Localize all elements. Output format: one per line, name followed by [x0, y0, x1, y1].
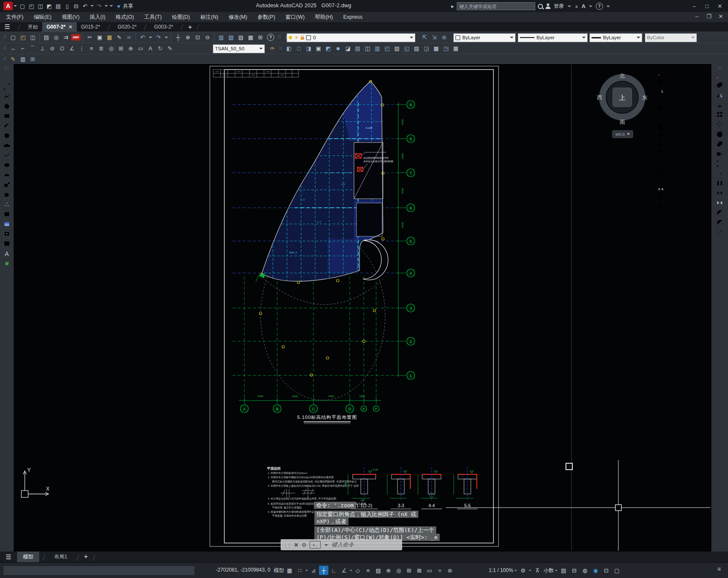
fillet-icon[interactable] — [717, 220, 722, 225]
menu-format[interactable]: 格式(O) — [116, 14, 134, 21]
ellipse-arc-icon[interactable] — [4, 174, 9, 176]
menu-parametric[interactable]: 参数(P) — [258, 14, 276, 21]
dim-aligned-icon[interactable]: ⌐ — [18, 44, 27, 53]
search-input[interactable] — [457, 2, 535, 10]
make-object-layer-current-icon[interactable]: ⇱ — [420, 33, 429, 42]
command-chevron-icon[interactable] — [325, 544, 328, 548]
new-icon[interactable]: ▢ — [9, 33, 17, 42]
annotation-monitor-icon[interactable]: ⊼ — [533, 566, 542, 575]
solid-tool-icon-17[interactable]: ◳ — [441, 44, 450, 53]
solid-tool-icon-7[interactable]: ◪ — [343, 44, 352, 53]
linetype-combo-chevron-icon[interactable] — [582, 37, 586, 40]
erase-icon[interactable] — [658, 71, 663, 76]
rotate-icon[interactable] — [717, 131, 722, 137]
qat-customize-chevron-icon[interactable] — [110, 5, 113, 9]
offset-icon[interactable] — [717, 105, 722, 107]
properties-palette-icon[interactable]: ▥ — [217, 33, 226, 42]
toolbar-grip[interactable]: ⠿ — [279, 46, 282, 51]
chamfer-icon[interactable] — [717, 210, 722, 215]
solid-tool-icon-11[interactable]: ◰ — [383, 44, 392, 53]
clean-screen-icon[interactable]: ⊡ — [601, 566, 611, 575]
grip-marker[interactable] — [566, 463, 572, 470]
copy-icon[interactable] — [717, 83, 722, 87]
toolbar-grip[interactable]: ⠿ — [3, 35, 6, 40]
ortho-toggle-icon[interactable]: ∟ — [329, 566, 339, 575]
toolbar-grip[interactable]: ⠿ — [278, 35, 281, 40]
zoom-window-icon[interactable]: ⊡ — [193, 33, 202, 42]
scale-icon[interactable] — [717, 142, 722, 147]
dimstyle-combo[interactable]: TSAN_50_50 — [213, 44, 265, 53]
menu-insert[interactable]: 插入(I) — [90, 14, 105, 21]
dynamic-ucs-icon[interactable]: ▭ — [425, 566, 434, 575]
ungroup-icon[interactable]: ⊞ — [28, 55, 37, 64]
undo-chevron-icon[interactable] — [149, 37, 152, 40]
layer-combo-chevron-icon[interactable] — [410, 37, 413, 40]
fillet-icon[interactable] — [658, 205, 663, 209]
plot-preview-icon[interactable]: ◎ — [52, 33, 61, 42]
dim-style-manager-icon[interactable]: ✑ — [268, 44, 277, 53]
solid-tool-icon-5[interactable]: ◩ — [324, 44, 333, 53]
dim-center-mark-icon[interactable]: ◎ — [107, 44, 116, 53]
dim-arc-length-icon[interactable]: ⌒ — [28, 44, 37, 53]
solid-tool-icon-1[interactable]: ◧ — [284, 44, 293, 53]
dim-continue-icon[interactable]: ≣ — [97, 44, 106, 53]
region-icon[interactable] — [5, 232, 9, 235]
break-at-point-icon[interactable] — [717, 191, 722, 195]
dim-ordinate-icon[interactable]: ⊥ — [38, 44, 47, 53]
join-icon[interactable] — [717, 201, 722, 204]
dynamic-input-icon[interactable]: ┼ — [319, 566, 328, 575]
markup-import-icon[interactable]: ✎ — [9, 55, 17, 64]
copy-icon[interactable] — [658, 79, 663, 84]
command-bar-grip[interactable]: ⋮⋮ — [283, 543, 291, 547]
command-cli-icon[interactable]: ▸_ — [310, 541, 321, 549]
redo-chevron-icon[interactable] — [165, 37, 168, 40]
isolate-objects-icon[interactable]: ◍ — [580, 566, 589, 575]
create-block-icon[interactable] — [5, 192, 10, 197]
upload-mobile-icon[interactable]: ▯ — [63, 1, 72, 11]
rotate-icon[interactable] — [658, 124, 663, 129]
menu-view[interactable]: 视图(V) — [62, 14, 80, 21]
tab-start[interactable]: 开始 — [23, 22, 42, 32]
viewcube[interactable]: 上 北 南 西 东 — [597, 73, 648, 125]
menu-tools[interactable]: 工具(T) — [144, 14, 162, 21]
logo-menu-chevron-icon[interactable] — [14, 5, 17, 9]
dim-tolerance-icon[interactable]: ⊞ — [116, 44, 125, 53]
move-icon[interactable] — [717, 122, 722, 127]
autodesk-a-icon[interactable]: A — [581, 3, 585, 9]
tab-menu-icon[interactable]: ☰ — [0, 22, 15, 32]
annotation-scale[interactable]: 1:1 / 100% — [489, 567, 513, 573]
undo-chevron-icon[interactable] — [90, 5, 94, 9]
menu-express[interactable]: Express — [343, 14, 363, 20]
layers-palette-icon[interactable]: ▧ — [226, 33, 235, 42]
dim-update-icon[interactable]: ↻ — [156, 44, 165, 53]
trim-icon[interactable] — [658, 151, 663, 156]
copy-clip-icon[interactable]: ▣ — [95, 33, 104, 42]
solid-tool-icon-14[interactable]: ▨ — [412, 44, 421, 53]
new-tab-button[interactable]: + — [188, 23, 192, 31]
layer-thaw-icon[interactable]: ☀ — [294, 35, 299, 40]
polygon-icon[interactable] — [4, 104, 9, 109]
revision-cloud-icon[interactable] — [4, 144, 10, 147]
tool-palettes-icon[interactable]: ▨ — [236, 33, 245, 42]
search-collapse-icon[interactable]: ▸ — [451, 3, 454, 9]
stretch-icon[interactable] — [717, 152, 723, 155]
tab-close-icon[interactable]: ✕ — [69, 24, 73, 30]
layer-states-icon[interactable]: ⊜ — [440, 33, 449, 42]
workspace-gear-icon[interactable]: ⚙ — [518, 566, 528, 575]
array-icon[interactable] — [717, 112, 722, 117]
chamfer-icon[interactable] — [658, 196, 663, 200]
workspace-chevron-icon[interactable] — [529, 570, 531, 572]
cut-icon[interactable]: ✂ — [85, 33, 94, 42]
color-combo-chevron-icon[interactable] — [510, 37, 513, 40]
zoom-previous-icon[interactable]: ⊖ — [203, 33, 212, 42]
zoom-realtime-icon[interactable]: ⊕ — [183, 33, 192, 42]
solid-tool-icon-6[interactable]: ■ — [334, 44, 342, 53]
compass-east[interactable]: 东 — [642, 95, 648, 101]
new-layout-button[interactable]: + — [84, 553, 88, 561]
tab-g007[interactable]: G007-2*✕ — [42, 22, 77, 32]
plot-icon[interactable]: ▤ — [42, 33, 51, 42]
wcs-button[interactable]: WCS — [612, 131, 633, 138]
compass-north[interactable]: 北 — [620, 73, 625, 79]
model-space-toggle[interactable]: 模型 — [274, 567, 284, 574]
gradient-icon[interactable] — [5, 222, 9, 226]
